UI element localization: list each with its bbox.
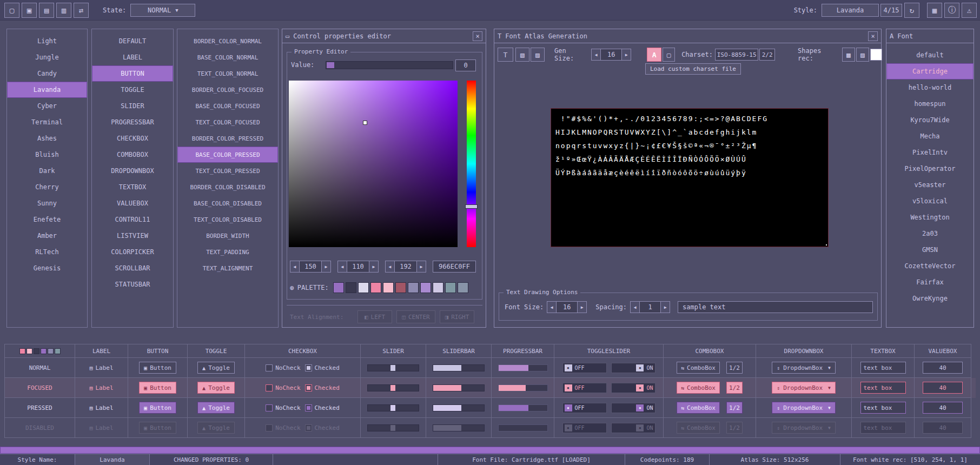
style-list-item[interactable]: Cherry	[7, 179, 87, 195]
align-center-button[interactable]: ◫ CENTER	[396, 310, 435, 323]
slider-handle[interactable]	[390, 385, 395, 391]
control-list-item[interactable]: COLORPICKER	[92, 244, 173, 260]
spinner-left-button[interactable]: ◀	[385, 261, 395, 273]
sample-dropdownbox[interactable]: ⇕ DropdownBox ▼	[772, 422, 836, 434]
style-list-item[interactable]: Dark	[7, 163, 87, 179]
control-list-item[interactable]: BUTTON	[92, 65, 173, 82]
atlas-export-button[interactable]: ▨	[531, 48, 545, 62]
spinner-right-button[interactable]: ▶	[660, 301, 670, 313]
spinner-left-button[interactable]: ◀	[337, 261, 347, 273]
close-button[interactable]: ×	[868, 31, 878, 41]
font-list-item[interactable]: homespun	[886, 96, 974, 112]
sample-checkbox-checked[interactable]: Checked	[305, 384, 340, 391]
property-list-item[interactable]: TEXT_COLOR_DISABLED	[177, 211, 278, 228]
atlas-image-button[interactable]: ▧	[515, 48, 529, 62]
property-list-item[interactable]: BASE_COLOR_FOCUSED	[177, 98, 278, 114]
hex-value-box[interactable]: 966EC0FF	[433, 261, 476, 273]
style-list-item[interactable]: Ashes	[7, 130, 87, 147]
sample-toggleslider-on[interactable]: ▪ ON	[611, 383, 655, 393]
sample-toggle[interactable]: ▲ Toggle	[197, 402, 235, 414]
align-right-button[interactable]: ◨ RIGHT	[440, 310, 474, 323]
sample-valuebox[interactable]: 40	[923, 362, 963, 374]
green-value[interactable]: 110	[347, 261, 369, 273]
sample-toggleslider-on[interactable]: ▪ ON	[611, 363, 655, 373]
spinner-right-button[interactable]: ▶	[621, 49, 631, 61]
sample-toggle[interactable]: ▲ Toggle	[197, 362, 235, 374]
style-list-item[interactable]: Sunny	[7, 195, 87, 211]
control-list-item[interactable]: CHECKBOX	[92, 130, 173, 147]
sample-checkbox-checked[interactable]: Checked	[305, 404, 340, 411]
sample-combobox[interactable]: ⇆ ComboBox	[677, 402, 720, 414]
palette-swatch[interactable]	[333, 282, 344, 293]
font-list-item[interactable]: Kyrou7Wide	[886, 112, 974, 128]
control-list-item[interactable]: SCROLLBAR	[92, 260, 173, 276]
property-list-item[interactable]: BORDER_COLOR_DISABLED	[177, 179, 278, 195]
show-atlas-button[interactable]: ▦	[927, 3, 942, 18]
sample-slider[interactable]	[367, 384, 419, 391]
sample-button[interactable]: ▣ Button	[139, 382, 176, 394]
palette-swatch[interactable]	[383, 282, 394, 293]
export-style-button[interactable]: ▥	[56, 3, 71, 18]
control-list-item[interactable]: STATUSBAR	[92, 276, 173, 293]
font-list-item[interactable]: Cartridge	[886, 63, 974, 79]
white-rec-swatch[interactable]	[870, 49, 882, 61]
spacing-value[interactable]: 1	[640, 301, 660, 313]
properties-editor-titlebar[interactable]: ▭ Control properties editor ×	[282, 29, 486, 43]
control-list-item[interactable]: SLIDER	[92, 98, 173, 114]
control-list-item[interactable]: TOGGLE	[92, 82, 173, 98]
load-style-button[interactable]: ▣	[22, 3, 37, 18]
control-list-item[interactable]: CONTROL11	[92, 211, 173, 228]
red-value[interactable]: 150	[300, 261, 321, 273]
spinner-left-button[interactable]: ◀	[547, 301, 557, 313]
palette-swatch[interactable]	[420, 282, 431, 293]
style-list-item[interactable]: Genesis	[7, 260, 87, 276]
sample-textbox[interactable]: text box	[860, 382, 906, 394]
sample-checkbox-unchecked[interactable]: NoCheck	[266, 384, 300, 391]
palette-swatch[interactable]	[458, 282, 468, 293]
palette-swatch[interactable]	[433, 282, 443, 293]
issue-report-button[interactable]: ⚠	[962, 3, 977, 18]
control-list-item[interactable]: VALUEBOX	[92, 195, 173, 211]
combobox-counter[interactable]: 1/2	[726, 422, 743, 434]
font-list-item[interactable]: Westington	[886, 209, 974, 225]
align-left-button[interactable]: ◧ LEFT	[357, 310, 392, 323]
property-list-item[interactable]: BORDER_WIDTH	[177, 228, 278, 244]
load-charset-button[interactable]: A	[647, 48, 661, 62]
charset-toggle-button[interactable]: ▢	[663, 48, 675, 62]
sample-valuebox[interactable]: 40	[923, 382, 963, 394]
sample-dropdownbox[interactable]: ⇕ DropdownBox ▼	[772, 362, 836, 374]
state-dropdown[interactable]: NORMAL ▼	[130, 4, 195, 17]
sample-sliderbar[interactable]	[433, 424, 485, 431]
sample-toggleslider-off[interactable]: ▪ OFF	[562, 423, 607, 433]
sample-toggle[interactable]: ▲ Toggle	[197, 422, 235, 434]
spinner-left-button[interactable]: ◀	[591, 49, 601, 61]
property-list-item[interactable]: TEXT_COLOR_NORMAL	[177, 65, 278, 82]
style-list-item[interactable]: Enefete	[7, 211, 87, 228]
sample-sliderbar[interactable]	[433, 384, 485, 391]
control-list-item[interactable]: PROGRESSBAR	[92, 114, 173, 130]
style-list-item[interactable]: Amber	[7, 228, 87, 244]
random-style-button[interactable]: ⇄	[74, 3, 89, 18]
font-list-item[interactable]: PixelIntv	[886, 144, 974, 161]
spinner-right-button[interactable]: ▶	[321, 261, 331, 273]
blue-value[interactable]: 192	[395, 261, 416, 273]
style-list-item[interactable]: Cyber	[7, 98, 87, 114]
combobox-counter[interactable]: 1/2	[726, 402, 743, 414]
reload-style-button[interactable]: ↻	[904, 3, 919, 18]
shapes-rec-button-2[interactable]: ▨	[856, 48, 869, 62]
font-list-item[interactable]: GMSN	[886, 242, 974, 258]
font-list-item[interactable]: Fairfax	[886, 274, 974, 290]
sample-dropdownbox[interactable]: ⇕ DropdownBox ▼	[772, 382, 836, 394]
style-list-item[interactable]: Jungle	[7, 49, 87, 65]
font-text-button[interactable]: T	[498, 48, 513, 62]
property-list-item[interactable]: BASE_COLOR_PRESSED	[177, 147, 278, 163]
style-list-item[interactable]: Terminal	[7, 114, 87, 130]
property-list-item[interactable]: TEXT_COLOR_PRESSED	[177, 163, 278, 179]
style-name-box[interactable]: Lavanda	[822, 4, 879, 17]
control-list-item[interactable]: DEFAULT	[92, 33, 173, 49]
palette-swatch[interactable]	[370, 282, 381, 293]
sample-slider[interactable]	[367, 424, 419, 431]
info-button[interactable]: ⓘ	[944, 3, 959, 18]
slider-handle[interactable]	[390, 365, 395, 371]
sample-button[interactable]: ▣ Button	[139, 362, 176, 374]
